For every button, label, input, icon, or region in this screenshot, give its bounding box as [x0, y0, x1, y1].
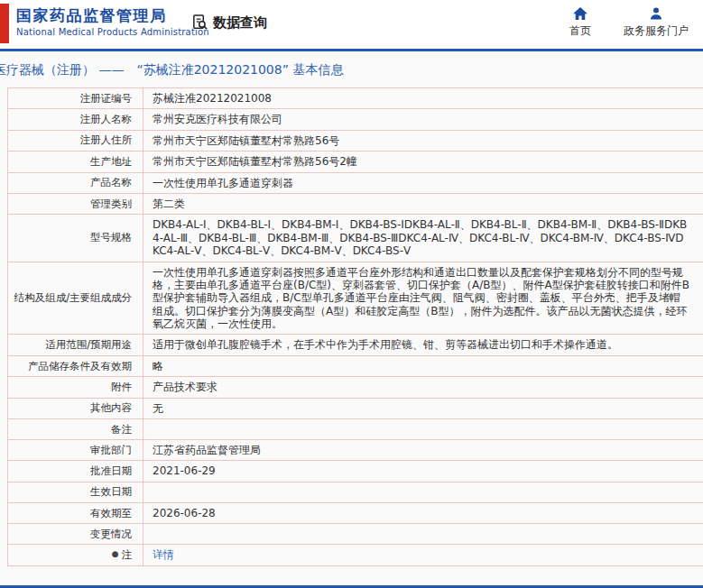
top-navigation: 首页 政务服务门户: [569, 5, 689, 39]
row-value-text: 常州安克医疗科技有限公司: [153, 113, 282, 125]
table-row: 注册证编号苏械注准20212021008: [8, 88, 703, 109]
main-content: 医疗器械（注册） —— “苏械注准20212021008” 基本信息 注册证编号…: [0, 51, 703, 588]
row-label: 审批部门: [8, 440, 143, 460]
row-value: [143, 524, 703, 544]
nav-item-portal[interactable]: 政务服务门户: [624, 5, 689, 39]
table-row: 附件产品技术要求: [8, 377, 703, 398]
breadcrumb: 医疗器械（注册） —— “苏械注准20212021008” 基本信息: [0, 51, 703, 87]
row-value: 常州市天宁区郑陆镇董墅村常熟路56号2幢: [143, 152, 703, 171]
row-value: 一次性使用单孔多通道穿刺器: [143, 173, 703, 193]
row-label: 附件: [8, 377, 143, 397]
row-label: 适用范围/预期用途: [8, 335, 143, 354]
table-row: 生产地址常州市天宁区郑陆镇董墅村常熟路56号2幢: [8, 152, 703, 172]
table-row: 注册人名称常州安克医疗科技有限公司: [8, 109, 703, 130]
row-value-text: 常州市天宁区郑陆镇董墅村常熟路56号2幢: [153, 155, 357, 168]
row-value: 适用于微创单孔腹腔镜手术，在手术中作为手术用腔镜、钳、剪等器械进出切口和手术操作…: [143, 335, 703, 354]
row-value-text: 适用于微创单孔腹腔镜手术，在手术中作为手术用腔镜、钳、剪等器械进出切口和手术操作…: [153, 338, 618, 351]
nav-item-home[interactable]: 首页: [569, 5, 591, 39]
site-title: 国家药品监督管理局: [16, 7, 209, 24]
row-label: 型号规格: [8, 215, 143, 261]
site-header: 国家药品监督管理局 National Medical Products Admi…: [0, 0, 703, 49]
row-value: [143, 419, 703, 439]
note-icon: ●: [112, 549, 119, 558]
row-value-text: 略: [153, 360, 163, 372]
row-value-text: 江苏省药品监督管理局: [153, 444, 261, 456]
row-value: [143, 482, 703, 502]
row-value: 江苏省药品监督管理局: [143, 440, 703, 460]
table-row: 批准日期2021-06-29: [8, 461, 703, 482]
row-value-text: 一次性使用单孔多通道穿刺器: [153, 177, 293, 189]
row-value-text: 2021-06-29: [153, 464, 216, 477]
table-row: 变更情况: [8, 524, 703, 545]
row-value: 常州安克医疗科技有限公司: [143, 109, 703, 129]
row-label: ●注: [8, 545, 143, 565]
data-query-section-link[interactable]: 数据查询: [191, 14, 267, 32]
table-row: 注册人住所常州市天宁区郑陆镇董墅村常熟路56号: [8, 131, 703, 152]
nav-home-label: 首页: [569, 23, 591, 39]
row-label: 注册人名称: [8, 109, 143, 129]
row-value: 产品技术要求: [143, 377, 703, 397]
row-value: 2021-06-29: [143, 461, 703, 481]
table-row: 结构及组成/主要组成成分一次性使用单孔多通道穿刺器按照多通道平台座外形结构和通道…: [8, 262, 703, 335]
home-icon: [572, 5, 588, 21]
row-value: 详情: [143, 545, 703, 565]
row-value-text: 产品技术要求: [153, 381, 217, 393]
row-value: 略: [143, 356, 703, 376]
nav-portal-label: 政务服务门户: [624, 23, 689, 39]
row-value: 常州市天宁区郑陆镇董墅村常熟路56号: [143, 131, 703, 151]
info-table: 注册证编号苏械注准20212021008注册人名称常州安克医疗科技有限公司注册人…: [7, 87, 703, 566]
table-row: 产品储存条件及有效期略: [8, 356, 703, 377]
table-row: 型号规格DKB4-AL-Ⅰ、DKB4-BL-Ⅰ、DKB4-BM-Ⅰ、DKB4-B…: [8, 215, 703, 262]
row-label: 变更情况: [8, 524, 143, 544]
row-value-text: 一次性使用单孔多通道穿刺器按照多通道平台座外形结构和通道出口数量以及配套保护套规…: [153, 266, 690, 331]
row-label: 管理类别: [8, 194, 143, 214]
row-label: 备注: [8, 419, 143, 439]
table-row: 适用范围/预期用途适用于微创单孔腹腔镜手术，在手术中作为手术用腔镜、钳、剪等器械…: [8, 335, 703, 355]
row-value: 无: [143, 399, 703, 418]
row-value-text: DKB4-AL-Ⅰ、DKB4-BL-Ⅰ、DKB4-BM-Ⅰ、DKB4-BS-ⅠD…: [153, 218, 690, 257]
table-row: 产品名称一次性使用单孔多通道穿刺器: [8, 173, 703, 194]
nmpa-logo: [0, 4, 9, 43]
table-row: 有效期至2026-06-28: [8, 503, 703, 524]
row-value: 2026-06-28: [143, 503, 703, 523]
row-label: 结构及组成/主要组成成分: [8, 262, 143, 335]
table-row: 管理类别第二类: [8, 194, 703, 215]
row-value-text: 第二类: [153, 198, 185, 210]
row-value: 一次性使用单孔多通道穿刺器按照多通道平台座外形结构和通道出口数量以及配套保护套规…: [143, 262, 703, 335]
row-value: 苏械注准20212021008: [143, 88, 703, 108]
row-value-text: 苏械注准20212021008: [153, 92, 272, 105]
portal-person-icon: [649, 5, 663, 21]
row-value: DKB4-AL-Ⅰ、DKB4-BL-Ⅰ、DKB4-BM-Ⅰ、DKB4-BS-ⅠD…: [143, 215, 703, 261]
row-label: 注册人住所: [8, 131, 143, 151]
row-value-text: 无: [153, 402, 163, 415]
data-query-icon: [191, 15, 208, 31]
row-label: 注册证编号: [8, 88, 143, 108]
row-label: 产品名称: [8, 173, 143, 193]
detail-link[interactable]: 详情: [153, 548, 174, 561]
row-value: 第二类: [143, 194, 703, 214]
table-row: 其他内容无: [8, 399, 703, 419]
table-row: 备注: [8, 419, 703, 440]
brand-home-link[interactable]: 国家药品监督管理局 National Medical Products Admi…: [16, 7, 209, 37]
row-label: 产品储存条件及有效期: [8, 356, 143, 376]
site-subtitle: National Medical Products Administration: [16, 27, 209, 37]
row-label: 有效期至: [8, 503, 143, 523]
table-row: ●注详情: [8, 545, 703, 565]
row-value-text: 常州市天宁区郑陆镇董墅村常熟路56号: [153, 134, 339, 147]
table-row: 生效日期: [8, 482, 703, 503]
data-query-label: 数据查询: [213, 14, 267, 32]
row-value-text: 2026-06-28: [153, 507, 216, 519]
row-label: 生效日期: [8, 482, 143, 502]
table-row: 审批部门江苏省药品监督管理局: [8, 440, 703, 461]
row-label: 生产地址: [8, 152, 143, 171]
row-label: 其他内容: [8, 399, 143, 418]
row-label: 批准日期: [8, 461, 143, 481]
